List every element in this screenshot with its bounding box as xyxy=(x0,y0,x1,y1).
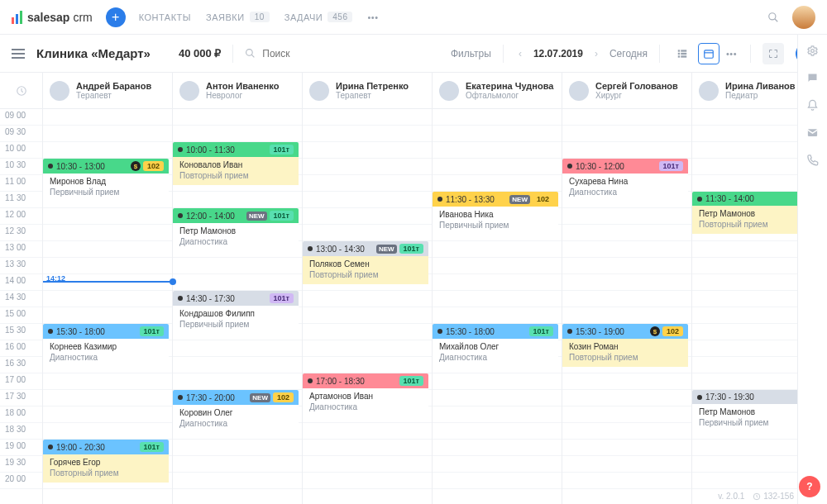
time-row: 10 00 xyxy=(0,142,42,159)
appointment-type: Диагностика xyxy=(439,353,552,362)
price-value: 40 000 ₽ xyxy=(179,47,221,59)
nav-tasks[interactable]: ЗАДАЧИ456 xyxy=(284,12,353,22)
rail-mail-icon[interactable] xyxy=(806,126,819,139)
room-tag: 101т xyxy=(399,244,423,254)
view-more[interactable]: ••• xyxy=(726,43,737,64)
date-prev-button[interactable]: ‹ xyxy=(515,45,525,63)
help-button[interactable]: ? xyxy=(799,476,820,497)
time-row: 13 00 xyxy=(0,241,42,258)
nav-contacts[interactable]: КОНТАКТЫ xyxy=(139,12,191,22)
status-dot-icon xyxy=(437,329,442,334)
brand-logo[interactable]: salesapcrm xyxy=(12,11,93,24)
logo-bars-icon xyxy=(12,11,22,24)
appointment-card[interactable]: 10:30 - 13:00$102Миронов ВладПервичный п… xyxy=(43,159,169,241)
column-header[interactable]: Антон ИваненкоНевролог xyxy=(173,73,302,109)
patient-name: Петр Мамонов xyxy=(699,209,797,218)
filters-button[interactable]: Фильтры xyxy=(451,48,491,59)
page-title: Клиника «Медарт» xyxy=(36,46,151,60)
appointment-time: 11:30 - 14:00 xyxy=(705,194,754,203)
requests-count-badge: 10 xyxy=(250,12,270,22)
column-header[interactable]: Екатерина ЧудноваОфтальмолог xyxy=(433,73,562,109)
svg-line-3 xyxy=(251,55,254,57)
appointment-card[interactable]: 15:30 - 18:00101тМихайлов ОлегДиагностик… xyxy=(433,324,558,407)
fullscreen-button[interactable] xyxy=(762,43,784,64)
room-tag: 101т xyxy=(270,211,294,221)
doctor-avatar xyxy=(569,81,589,101)
svg-rect-10 xyxy=(705,50,714,57)
svg-point-0 xyxy=(769,12,776,19)
patient-name: Артамонов Иван xyxy=(309,392,422,401)
menu-button[interactable] xyxy=(12,49,25,59)
appointment-card[interactable]: 15:30 - 19:00$102Козин РоманПовторный пр… xyxy=(562,324,688,440)
appointment-card[interactable]: 14:30 - 17:30101тКондрашов ФилиппПервичн… xyxy=(173,291,299,390)
payment-icon: $ xyxy=(131,161,141,171)
time-row: 20 00 xyxy=(0,473,42,489)
appointment-card[interactable]: 17:30 - 19:30Петр МамоновПервичный прием xyxy=(692,390,797,456)
status-dot-icon xyxy=(567,164,572,169)
status-dot-icon xyxy=(48,164,53,169)
appointment-card[interactable]: 15:30 - 18:00101тКорнеев КазимирДиагност… xyxy=(43,324,169,407)
svg-rect-9 xyxy=(681,55,686,57)
time-row: 17 00 xyxy=(0,373,42,390)
today-button[interactable]: Сегодня xyxy=(609,48,648,59)
column-header[interactable]: Сергей ГоловановХирург xyxy=(562,73,691,109)
room-tag: 101т xyxy=(399,376,423,386)
search-input[interactable] xyxy=(262,48,361,59)
patient-name: Миронов Влад xyxy=(50,177,162,186)
status-dot-icon xyxy=(437,197,442,202)
room-tag: 101т xyxy=(140,442,164,452)
user-avatar[interactable] xyxy=(792,6,815,29)
appointment-header: 13:00 - 14:30NEW101т xyxy=(303,241,428,256)
time-row: 16 30 xyxy=(0,357,42,373)
brand-name-b: crm xyxy=(73,11,92,24)
appointment-type: Диагностика xyxy=(50,353,162,362)
appointment-type: Повторный прием xyxy=(179,171,292,180)
time-row: 12 00 xyxy=(0,208,42,225)
appointment-time: 11:30 - 13:30 xyxy=(446,195,495,204)
appointment-card[interactable]: 10:30 - 12:00101тСухарева НинаДиагностик… xyxy=(562,159,688,208)
column-header[interactable]: Андрей БарановТерапевт xyxy=(43,73,172,109)
current-date[interactable]: 12.07.2019 xyxy=(533,48,583,59)
global-search-icon[interactable] xyxy=(762,7,784,28)
status-dot-icon xyxy=(567,329,572,334)
appointment-card[interactable]: 13:00 - 14:30NEW101тПоляков СеменПовторн… xyxy=(303,241,428,291)
patient-name: Козин Роман xyxy=(569,342,681,351)
rail-chat-icon[interactable] xyxy=(806,72,819,84)
appointment-card[interactable]: 19:00 - 20:30101тГорячев ЕгорПовторный п… xyxy=(43,440,169,489)
status-dot-icon xyxy=(308,378,313,383)
column-header[interactable]: Ирина ЛивановПедиатр xyxy=(692,73,797,109)
view-calendar-icon[interactable] xyxy=(698,43,719,64)
view-list-icon[interactable] xyxy=(672,43,693,64)
clock-icon xyxy=(0,73,42,109)
appointment-header: 19:00 - 20:30101т xyxy=(43,440,169,454)
doctor-avatar xyxy=(309,81,329,101)
nav-requests[interactable]: ЗАЯВКИ10 xyxy=(206,12,270,22)
appointment-card[interactable]: 12:00 - 14:00NEW101тПетр МамоновДиагност… xyxy=(173,208,299,274)
global-add-button[interactable]: + xyxy=(106,7,126,27)
appointment-header: 17:00 - 18:30101т xyxy=(303,373,428,388)
nav-more[interactable]: ••• xyxy=(367,12,378,22)
rail-phone-icon[interactable] xyxy=(806,154,819,166)
time-row: 18 00 xyxy=(0,407,42,423)
appointment-time: 10:00 - 11:30 xyxy=(186,145,235,155)
appointment-type: Первичный прием xyxy=(699,418,797,427)
rail-settings-icon[interactable] xyxy=(806,45,819,57)
time-row: 18 30 xyxy=(0,423,42,440)
rail-bell-icon[interactable] xyxy=(806,99,819,112)
appointment-card[interactable]: 17:30 - 20:00NEW102Коровин ОлегДиагности… xyxy=(173,390,299,473)
svg-rect-4 xyxy=(678,50,680,51)
time-row: 16 00 xyxy=(0,340,42,357)
time-row: 12 30 xyxy=(0,225,42,241)
time-row: 19 00 xyxy=(0,440,42,456)
date-next-button[interactable]: › xyxy=(591,45,601,63)
doctor-name: Андрей Баранов xyxy=(76,81,151,91)
appointment-card[interactable]: 11:30 - 14:00Петр МамоновПовторный прием xyxy=(692,192,797,274)
appointment-card[interactable]: 17:00 - 18:30101тАртамонов ИванДиагности… xyxy=(303,373,428,423)
status-dot-icon xyxy=(178,213,183,218)
appointment-card[interactable]: 11:30 - 13:30NEW102Иванова НикаПервичный… xyxy=(433,192,558,258)
column-header[interactable]: Ирина ПетренкоТерапевт xyxy=(303,73,432,109)
patient-name: Петр Мамонов xyxy=(179,226,292,235)
status-dot-icon xyxy=(178,147,183,152)
appointment-card[interactable]: 10:00 - 11:30101тКоновалов ИванПовторный… xyxy=(173,142,299,192)
search-box[interactable] xyxy=(245,48,361,59)
